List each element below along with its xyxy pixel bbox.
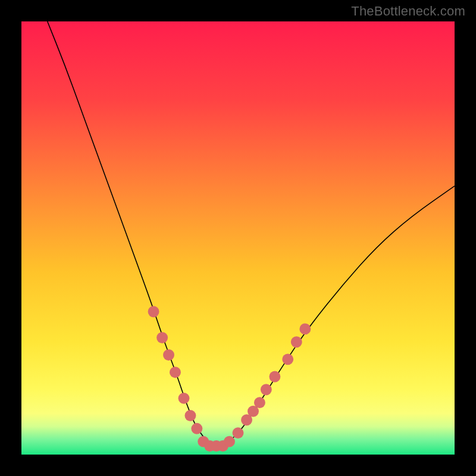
- curve-marker: [191, 423, 202, 434]
- curve-marker: [291, 336, 302, 347]
- curve-marker: [254, 397, 265, 408]
- plot-area: [21, 21, 455, 455]
- chart-frame: TheBottleneck.com: [0, 0, 476, 476]
- curve-marker: [148, 306, 159, 317]
- bottleneck-curve: [48, 21, 455, 446]
- curve-marker: [269, 371, 280, 382]
- curve-marker: [282, 353, 293, 365]
- curve-marker: [156, 332, 168, 343]
- curve-marker: [299, 323, 311, 334]
- bottleneck-curve-svg: [21, 21, 455, 455]
- curve-marker: [163, 349, 174, 361]
- curve-markers: [148, 306, 311, 452]
- curve-marker: [184, 410, 196, 421]
- curve-marker: [233, 427, 244, 439]
- curve-marker: [170, 367, 181, 378]
- curve-marker: [178, 393, 190, 404]
- curve-marker: [224, 436, 235, 447]
- curve-marker: [261, 384, 272, 395]
- attribution-label: TheBottleneck.com: [351, 4, 465, 19]
